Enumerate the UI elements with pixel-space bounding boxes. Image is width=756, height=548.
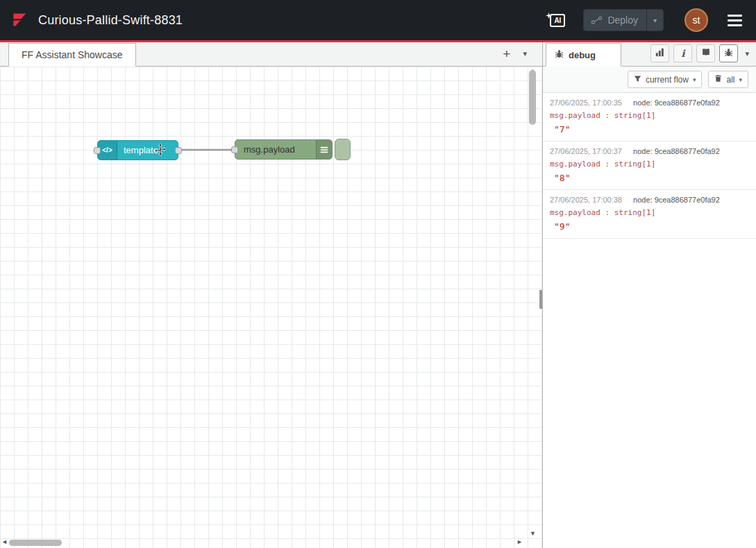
dashboard-chart-button[interactable] [650,44,669,62]
horizontal-scroll-thumb[interactable] [9,540,62,546]
message-value: "7" [550,124,749,135]
debug-filter-label: current flow [646,75,689,85]
message-value: "8" [550,173,749,183]
template-output-port[interactable] [175,147,182,154]
debug-node[interactable]: msg.payload [235,139,333,160]
message-property: msg.payload : string[1] [550,208,749,217]
flow-tab-active[interactable]: FF Assistant Showcase [8,43,136,67]
debug-node-label: msg.payload [235,144,316,155]
flow-tab-label: FF Assistant Showcase [22,49,123,60]
debug-clear-label: all [726,75,734,85]
workspace: FF Assistant Showcase + ▾ </> template [0,42,542,548]
template-code-icon: </> [98,141,117,160]
debug-input-port[interactable] [231,146,238,153]
add-flow-button[interactable]: + [503,47,510,60]
debug-message[interactable]: 27/06/2025, 17:00:35 node: 9cea886877e0f… [543,93,756,142]
sidebar-tab-debug-label: debug [569,50,596,60]
info-icon: i [681,49,684,58]
deploy-options-chevron[interactable]: ▾ [647,17,663,24]
bug-icon [555,49,564,60]
debug-filter-button[interactable]: current flow ▾ [628,71,703,88]
template-node-label: template [117,145,158,155]
message-value: "9" [550,221,749,232]
debug-filter-toolbar: current flow ▾ all ▾ [543,67,756,93]
message-node-id: node: 9cea886877e0fa92 [633,147,720,155]
main-menu-button[interactable] [725,12,745,29]
flow-tabbar: FF Assistant Showcase + ▾ [0,42,542,67]
canvas-horizontal-scrollbar[interactable]: ◄ ► [0,538,526,547]
debug-message[interactable]: 27/06/2025, 17:00:37 node: 9cea886877e0f… [543,142,756,190]
instance-title: Curious-Pallid-Swift-8831 [38,13,183,28]
scroll-left-arrow[interactable]: ◄ [1,538,8,545]
user-avatar[interactable]: st [684,8,708,32]
deploy-label: Deploy [607,15,638,26]
main-area: FF Assistant Showcase + ▾ </> template [0,42,756,548]
app-header: Curious-Pallid-Swift-8831 AI Deploy ▾ st [0,0,756,42]
message-timestamp: 27/06/2025, 17:00:38 [550,196,622,204]
deploy-icon [591,15,603,25]
ai-label: AI [550,14,565,27]
bug-icon [724,48,733,59]
funnel-icon [634,75,641,85]
deploy-button[interactable]: Deploy ▾ [583,9,664,31]
book-icon [701,48,711,59]
help-tab-button[interactable] [696,44,715,62]
scroll-down-arrow[interactable]: ▼ [528,530,537,537]
sidebar-tab-debug[interactable]: debug [546,43,621,67]
ai-assistant-button[interactable]: AI [550,14,565,27]
message-timestamp: 27/06/2025, 17:00:35 [550,99,622,107]
flow-canvas[interactable]: </> template msg.payload [0,67,542,548]
debug-enable-toggle[interactable] [335,139,351,160]
flow-list-chevron[interactable]: ▾ [523,49,527,58]
debug-message-list: 27/06/2025, 17:00:35 node: 9cea886877e0f… [543,93,756,548]
message-node-id: node: 9cea886877e0fa92 [633,99,720,107]
message-timestamp: 27/06/2025, 17:00:37 [550,147,622,155]
bar-chart-icon [655,48,664,59]
sidebar-resize-grip[interactable] [539,290,542,309]
scroll-right-arrow[interactable]: ► [516,538,523,545]
info-tab-button[interactable]: i [673,44,692,62]
template-input-port[interactable] [94,147,101,154]
trash-icon [714,74,722,85]
debug-clear-button[interactable]: all ▾ [708,71,748,88]
tab-actions: + ▾ [503,47,542,66]
debug-tab-button[interactable] [719,44,738,62]
debug-message[interactable]: 27/06/2025, 17:00:38 node: 9cea886877e0f… [543,190,756,239]
sidebar-tabbar: debug i [543,42,756,67]
sidebar-icon-buttons: i ▾ [650,44,756,66]
right-sidebar: debug i [542,42,756,548]
template-node[interactable]: </> template [97,140,178,160]
debug-list-icon [316,140,332,159]
flowfuse-logo-icon [11,11,30,30]
app-window: Curious-Pallid-Swift-8831 AI Deploy ▾ st [0,0,756,548]
message-property: msg.payload : string[1] [550,111,749,120]
message-property: msg.payload : string[1] [550,160,749,169]
message-node-id: node: 9cea886877e0fa92 [633,196,720,204]
canvas-vertical-scrollbar[interactable]: ▲ ▼ [528,67,537,548]
sparkle-icon [546,10,552,21]
sidebar-tab-list-chevron[interactable]: ▾ [742,49,752,58]
vertical-scroll-thumb[interactable] [529,70,536,125]
